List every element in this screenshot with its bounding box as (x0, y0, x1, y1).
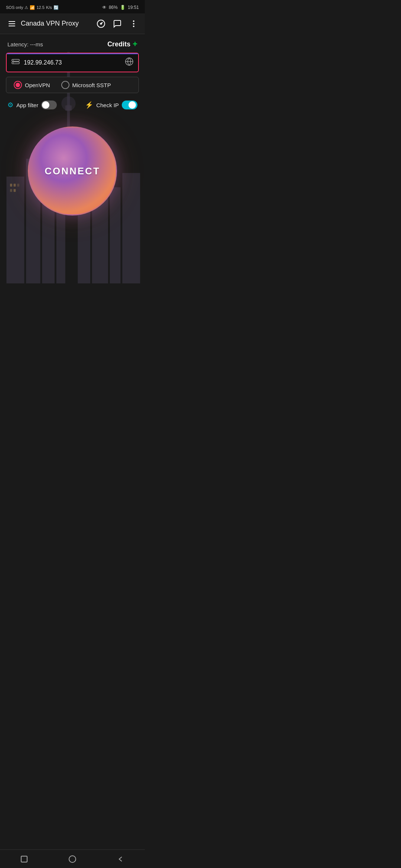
check-ip-knob (128, 101, 136, 109)
svg-point-7 (133, 26, 134, 27)
more-vert-icon[interactable] (128, 19, 139, 29)
battery-icon: 🔋 (120, 5, 125, 10)
svg-point-5 (133, 20, 134, 22)
sstp-option[interactable]: Microsoft SSTP (61, 81, 111, 89)
sos-label: SOS only (6, 5, 23, 10)
svg-point-4 (101, 23, 102, 24)
svg-rect-0 (9, 21, 15, 22)
speed-value: 12.5 (36, 5, 44, 10)
speed-unit: K/s (46, 5, 52, 10)
app-filter-toggle[interactable] (41, 101, 57, 109)
status-right: 👁 86% 🔋 19:51 (102, 5, 139, 10)
sstp-radio[interactable] (61, 81, 69, 89)
battery-percent: 86% (109, 5, 118, 10)
status-left: SOS only ⚠ 📶 12.5 K/s 🔄 (6, 5, 59, 10)
svg-rect-2 (9, 26, 15, 26)
openvpn-option[interactable]: OpenVPN (14, 81, 50, 89)
warning-icon: ⚠ (25, 5, 28, 10)
connect-button[interactable]: CONNECT (28, 126, 117, 216)
credits-label: Credits (107, 40, 130, 48)
openvpn-radio[interactable] (14, 81, 22, 89)
openvpn-radio-fill (16, 83, 20, 87)
lightning-icon: ⚡ (85, 101, 93, 109)
app-filter-label: App filter (16, 102, 38, 108)
latency-row: Latency: ---ms Credits + (6, 34, 139, 53)
back-button[interactable] (6, 18, 18, 30)
connect-label: CONNECT (45, 165, 100, 177)
toggle-row: ⚙ App filter ⚡ Check IP (6, 99, 139, 115)
toolbar-actions (96, 19, 139, 29)
status-bar: SOS only ⚠ 📶 12.5 K/s 🔄 👁 86% 🔋 19:51 (0, 0, 145, 13)
app-title: Canada VPN Proxy (21, 20, 96, 27)
svg-point-6 (133, 23, 134, 24)
gear-icon: ⚙ (7, 101, 13, 109)
main-content: Latency: ---ms Credits + (0, 34, 145, 223)
server-input-container[interactable] (6, 53, 139, 72)
svg-rect-1 (9, 23, 15, 24)
app-filter-knob (42, 101, 49, 109)
openvpn-label: OpenVPN (25, 82, 50, 88)
check-ip-toggle[interactable] (122, 101, 137, 109)
check-ip-label: Check IP (96, 102, 119, 108)
app-toolbar: Canada VPN Proxy (0, 13, 145, 34)
latency-text: Latency: ---ms (7, 41, 43, 47)
globe-icon[interactable] (125, 57, 134, 68)
connect-button-container: CONNECT (6, 115, 139, 223)
clock: 19:51 (128, 5, 139, 10)
server-ip-input[interactable] (24, 59, 125, 66)
app-filter-item: ⚙ App filter (7, 101, 57, 109)
wifi-icon: 📶 (30, 5, 35, 10)
speedometer-icon[interactable] (96, 19, 106, 29)
eye-icon: 👁 (102, 5, 107, 10)
check-ip-item: ⚡ Check IP (85, 101, 137, 109)
protocol-selector: OpenVPN Microsoft SSTP (6, 77, 139, 93)
server-icon (11, 58, 20, 67)
credits-button[interactable]: Credits + (107, 39, 137, 49)
credits-plus-icon: + (133, 39, 137, 49)
sstp-label: Microsoft SSTP (72, 82, 111, 88)
sync-icon: 🔄 (53, 5, 59, 10)
chat-icon[interactable] (112, 19, 123, 29)
